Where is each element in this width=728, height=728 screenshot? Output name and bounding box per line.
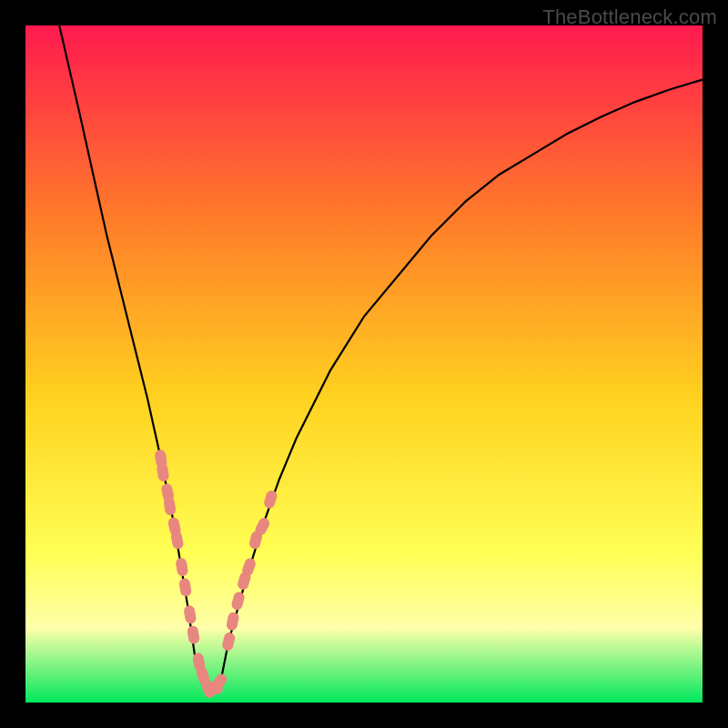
chart-svg bbox=[25, 25, 703, 703]
gradient-background bbox=[25, 25, 703, 703]
plot-area bbox=[25, 25, 703, 703]
watermark-text: TheBottleneck.com bbox=[542, 5, 717, 29]
chart-frame: TheBottleneck.com bbox=[0, 0, 728, 728]
